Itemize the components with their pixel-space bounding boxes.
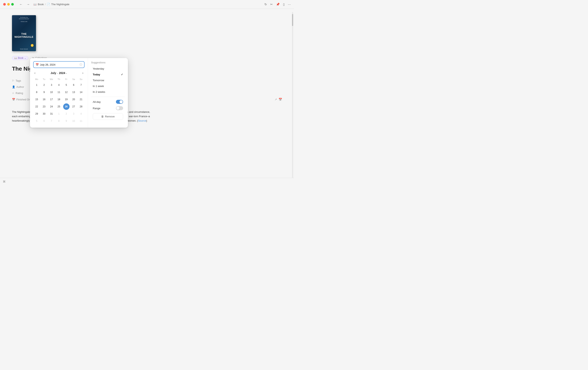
cal-day[interactable]: 29 (34, 111, 40, 117)
remove-button[interactable]: 🗑 Remove (93, 113, 123, 120)
breadcrumb-page[interactable]: The Nightingale (51, 3, 69, 6)
cal-day-other[interactable]: 7 (48, 118, 55, 124)
suggestion-tomorrow[interactable]: Tomorrow (91, 78, 125, 83)
expand-date-button[interactable]: ↗ (275, 98, 277, 101)
scrollbar[interactable] (292, 12, 293, 181)
cal-day-other[interactable]: 11 (78, 118, 84, 124)
date-picker-container: 📅 ⓘ ‹ July ⌄ 2024 ⌄ › (30, 58, 128, 128)
refresh-icon[interactable]: ↻ (264, 3, 267, 6)
calendar-next-button[interactable]: › (81, 71, 84, 75)
month-dropdown[interactable]: July ⌄ (51, 71, 58, 75)
cal-day-other[interactable]: 10 (71, 118, 77, 124)
calendar-prev-button[interactable]: ‹ (33, 71, 37, 75)
suggestion-yesterday[interactable]: Yesterday (91, 66, 125, 71)
tag-icon: ⚐ (12, 79, 14, 82)
book-cover-author: Kristin Hannah (20, 48, 28, 50)
all-day-toggle-knob (119, 100, 123, 103)
suggestion-tomorrow-label: Tomorrow (93, 79, 104, 82)
cal-day[interactable]: 21 (78, 96, 84, 103)
cal-day-other[interactable]: 9 (63, 118, 70, 124)
cal-day[interactable]: 30 (41, 111, 47, 117)
cal-day[interactable]: 1 (34, 82, 40, 88)
cal-day-other[interactable]: 6 (41, 118, 47, 124)
book-type-tag[interactable]: 📖 Book ⌄ (12, 56, 28, 60)
cal-day[interactable]: 20 (71, 96, 77, 103)
cal-day[interactable]: 31 (48, 111, 55, 117)
suggestion-yesterday-label: Yesterday (93, 67, 104, 70)
all-day-toggle[interactable] (116, 100, 123, 104)
suggestions-panel: Suggestions Yesterday Today ✓ Tomorrow I… (88, 58, 128, 128)
cal-day[interactable]: 16 (41, 96, 47, 103)
cal-day[interactable]: 23 (41, 103, 47, 110)
back-button[interactable]: ← (18, 2, 24, 7)
cal-day[interactable]: 14 (78, 89, 84, 95)
month-chevron: ⌄ (57, 72, 58, 74)
scissors-icon[interactable]: ✂ (270, 3, 273, 6)
suggestion-today[interactable]: Today ✓ (91, 72, 125, 77)
cal-day[interactable]: 25 (56, 103, 62, 110)
cal-day[interactable]: 28 (78, 103, 84, 110)
date-input-row[interactable]: 📅 ⓘ (33, 61, 84, 68)
suggestions-title: Suggestions (91, 61, 125, 64)
scrollbar-thumb[interactable] (292, 14, 293, 26)
source-link[interactable]: Source (138, 119, 146, 122)
cal-day-other[interactable]: 1 (56, 111, 62, 117)
cal-day[interactable]: 15 (34, 96, 40, 103)
cal-day[interactable]: 9 (41, 89, 47, 95)
fullscreen-button[interactable] (11, 3, 14, 6)
cal-day-other[interactable]: 2 (63, 111, 70, 117)
calendar-header: ‹ July ⌄ 2024 ⌄ › (33, 71, 84, 75)
cal-day-other[interactable]: 4 (78, 111, 84, 117)
cal-day[interactable]: 10 (48, 89, 55, 95)
date-picker-overlay: 📅 ⓘ ‹ July ⌄ 2024 ⌄ › (30, 58, 128, 128)
titlebar-left: ← → 📖 Book / 📄 The Nightingale (3, 2, 69, 7)
cal-day[interactable]: 7 (78, 82, 84, 88)
remove-icon: 🗑 (101, 115, 104, 118)
cal-day[interactable]: 24 (48, 103, 55, 110)
month-label: July (51, 71, 56, 75)
minimize-button[interactable] (7, 3, 10, 6)
cal-day-other[interactable]: 8 (56, 118, 62, 124)
cal-day[interactable]: 6 (71, 82, 77, 88)
cal-header-tu: Tu (41, 77, 48, 81)
date-info-icon[interactable]: ⓘ (80, 63, 82, 66)
cal-day[interactable]: 5 (63, 82, 70, 88)
cal-day[interactable]: 18 (56, 96, 62, 103)
pin-icon[interactable]: 📌 (276, 3, 280, 6)
layout-icon[interactable]: ▯ (283, 3, 285, 6)
cal-day[interactable]: 4 (56, 82, 62, 88)
cal-day-selected[interactable]: 26 (63, 103, 70, 110)
cal-day[interactable]: 12 (63, 89, 70, 95)
date-input[interactable] (40, 63, 78, 66)
all-day-label: All-day (93, 100, 101, 103)
cal-header-mo: Mo (33, 77, 40, 81)
book-sun-decoration (31, 44, 34, 47)
forward-button[interactable]: → (25, 2, 31, 7)
calendar-picker-button[interactable]: 📅 (279, 98, 282, 101)
cal-day[interactable]: 13 (71, 89, 77, 95)
calendar-grid: Mo Tu We Th Fr Sa Su 1 2 3 4 5 6 7 8 9 1… (33, 77, 84, 124)
close-button[interactable] (3, 3, 6, 6)
breadcrumb-book[interactable]: Book (38, 3, 44, 6)
suggestion-1week[interactable]: In 1 week (91, 83, 125, 89)
cal-day[interactable]: 2 (41, 82, 47, 88)
cal-day[interactable]: 8 (34, 89, 40, 95)
cal-day[interactable]: 11 (56, 89, 62, 95)
cal-day[interactable]: 19 (63, 96, 70, 103)
finished-on-actions: ↗ 📅 (275, 98, 282, 101)
suggestions-divider (91, 97, 125, 97)
cal-day-other[interactable]: 3 (71, 111, 77, 117)
cal-day[interactable]: 3 (48, 82, 55, 88)
book-type-chevron: ⌄ (24, 57, 26, 59)
suggestion-1week-label: In 1 week (93, 85, 104, 87)
suggestion-2weeks[interactable]: In 2 weeks (91, 89, 125, 95)
bottom-bar: ⌘ (0, 178, 294, 185)
cal-header-th: Th (55, 77, 62, 81)
more-icon[interactable]: ⋯ (288, 3, 291, 6)
cal-day-other[interactable]: 5 (34, 118, 40, 124)
cal-day[interactable]: 22 (34, 103, 40, 110)
year-dropdown[interactable]: 2024 ⌄ (59, 71, 67, 75)
range-toggle[interactable] (116, 106, 123, 110)
cal-day[interactable]: 27 (71, 103, 77, 110)
cal-day[interactable]: 17 (48, 96, 55, 103)
